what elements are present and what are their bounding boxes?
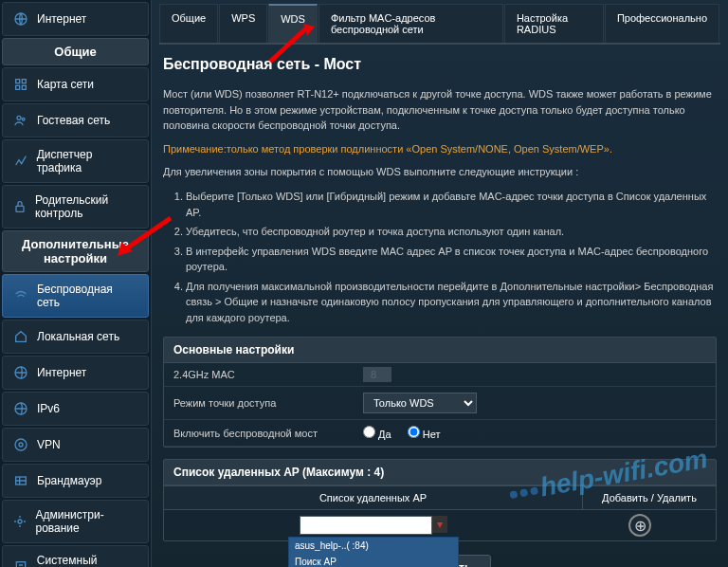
sidebar-item-label: Беспроводная сеть xyxy=(37,283,138,309)
sidebar-item-firewall[interactable]: Брандмауэр xyxy=(2,464,149,498)
tab-профессионально[interactable]: Профессионально xyxy=(605,4,719,43)
svg-rect-3 xyxy=(16,85,20,89)
mac-value: 8 xyxy=(363,367,391,382)
tab-wps[interactable]: WPS xyxy=(219,4,267,43)
globe-icon xyxy=(12,400,29,417)
sidebar-item-label: Родительский контроль xyxy=(35,193,138,220)
sidebar-item-label: Гостевая сеть xyxy=(37,114,110,127)
sidebar: Интернет Общие Карта сетиГостевая сетьДи… xyxy=(0,0,152,567)
globe-icon xyxy=(12,364,29,381)
remote-ap-dropdown: asus_help-..( :84)Поиск AP xyxy=(288,537,459,567)
sidebar-item-lock[interactable]: Родительский контроль xyxy=(2,185,149,229)
instruction-step: Убедитесь, что беспроводной роутер и точ… xyxy=(186,224,717,240)
tab-общие[interactable]: Общие xyxy=(159,4,218,43)
sidebar-header-general: Общие xyxy=(2,38,149,65)
dropdown-option[interactable]: asus_help-..( :84) xyxy=(289,538,458,554)
sidebar-item-label: IPv6 xyxy=(37,402,60,415)
svg-point-11 xyxy=(19,443,23,447)
mac-label: 2.4GHz MAC xyxy=(173,369,363,380)
sidebar-item-wifi[interactable]: Беспроводная сеть xyxy=(2,274,149,318)
svg-rect-2 xyxy=(22,80,26,83)
vpn-icon xyxy=(12,436,29,453)
admin-icon xyxy=(12,513,27,530)
log-icon xyxy=(12,558,29,567)
sidebar-item-home[interactable]: Локальная сеть xyxy=(2,320,149,354)
sidebar-item-internet-top[interactable]: Интернет xyxy=(2,2,149,36)
instruction-step: В интерфейс управления WDS введите MAC а… xyxy=(186,244,717,275)
tab-wds[interactable]: WDS xyxy=(268,4,318,43)
sidebar-item-admin[interactable]: Администри-рование xyxy=(2,500,149,543)
instruction-step: Выберите [Только WDS] или [Гибридный] ре… xyxy=(186,189,717,220)
main-content: ОбщиеWPSWDSФильтр MAC-адресов беспроводн… xyxy=(152,0,728,567)
basic-settings-header: Основные настройки xyxy=(164,338,716,363)
radio-no-label[interactable]: Нет xyxy=(408,429,441,440)
lock-icon xyxy=(12,198,27,215)
sidebar-item-label: Карта сети xyxy=(37,78,94,91)
radio-yes[interactable] xyxy=(363,426,375,438)
wifi-icon xyxy=(12,287,29,304)
sidebar-item-label: Диспетчер трафика xyxy=(37,148,138,174)
svg-rect-4 xyxy=(22,85,26,89)
page-description: Мост (или WDS) позволяет RT-N12+ подключ… xyxy=(163,86,717,134)
dropdown-option[interactable]: Поиск AP xyxy=(289,554,458,567)
tab-фильтр-mac-адресов-беспроводной-сети[interactable]: Фильтр MAC-адресов беспроводной сети xyxy=(318,4,503,43)
remote-ap-input[interactable] xyxy=(300,516,432,535)
sidebar-item-vpn[interactable]: VPN xyxy=(2,428,149,462)
sidebar-item-globe[interactable]: Интернет xyxy=(2,356,149,390)
remote-ap-panel: Список удаленных AP (Максимум : 4) Списо… xyxy=(163,459,717,541)
tabs: ОбщиеWPSWDSФильтр MAC-адресов беспроводн… xyxy=(159,4,720,45)
sidebar-header-advanced: Дополнительные настройки xyxy=(2,230,149,272)
radio-yes-label[interactable]: Да xyxy=(363,429,391,440)
globe-icon xyxy=(12,10,29,27)
add-button[interactable]: ⊕ xyxy=(628,514,651,537)
svg-point-5 xyxy=(17,116,21,119)
bridge-label: Включить беспроводной мост xyxy=(173,428,363,439)
remote-ap-header: Список удаленных AP (Максимум : 4) xyxy=(164,460,716,485)
mode-select[interactable]: Только WDS xyxy=(363,393,477,413)
sidebar-item-traffic[interactable]: Диспетчер трафика xyxy=(2,139,149,183)
sidebar-item-map[interactable]: Карта сети xyxy=(2,67,149,101)
mode-label: Режим точки доступа xyxy=(173,397,363,409)
sidebar-item-label: VPN xyxy=(37,438,61,451)
sidebar-item-globe[interactable]: IPv6 xyxy=(2,392,149,426)
radio-no[interactable] xyxy=(408,426,420,438)
firewall-icon xyxy=(12,472,29,489)
sidebar-item-label: Локальная сеть xyxy=(37,330,119,343)
svg-point-13 xyxy=(18,520,22,523)
svg-rect-7 xyxy=(16,206,24,211)
page-note: Примечание:только метод проверки подлинн… xyxy=(163,143,717,155)
basic-settings-panel: Основные настройки 2.4GHz MAC 8 Режим то… xyxy=(163,337,717,448)
col-action: Добавить / Удалить xyxy=(583,486,716,509)
traffic-icon xyxy=(12,153,29,170)
svg-point-6 xyxy=(22,118,25,120)
svg-rect-1 xyxy=(16,80,20,83)
sidebar-item-guest[interactable]: Гостевая сеть xyxy=(2,103,149,137)
map-icon xyxy=(12,76,29,93)
instructions-list: Выберите [Только WDS] или [Гибридный] ре… xyxy=(186,189,717,325)
instructions-lead: Для увеличения зоны покрытия с помощью W… xyxy=(163,164,717,180)
page-title: Беспроводная сеть - Мост xyxy=(163,56,717,73)
tab-настройка-radius[interactable]: Настройка RADIUS xyxy=(504,4,604,43)
sidebar-item-label: Администри-рование xyxy=(35,508,138,535)
sidebar-item-log[interactable]: Системный журнал xyxy=(2,545,149,567)
instruction-step: Для получения максимальной производитель… xyxy=(186,279,717,326)
guest-icon xyxy=(12,112,29,129)
sidebar-item-label: Брандмауэр xyxy=(37,474,101,487)
svg-point-10 xyxy=(15,439,27,450)
home-icon xyxy=(12,328,29,345)
sidebar-item-label: Интернет xyxy=(37,366,86,379)
col-remote-list: Список удаленных AP xyxy=(164,486,583,509)
sidebar-label: Интернет xyxy=(37,12,86,26)
sidebar-item-label: Системный журнал xyxy=(37,554,138,567)
